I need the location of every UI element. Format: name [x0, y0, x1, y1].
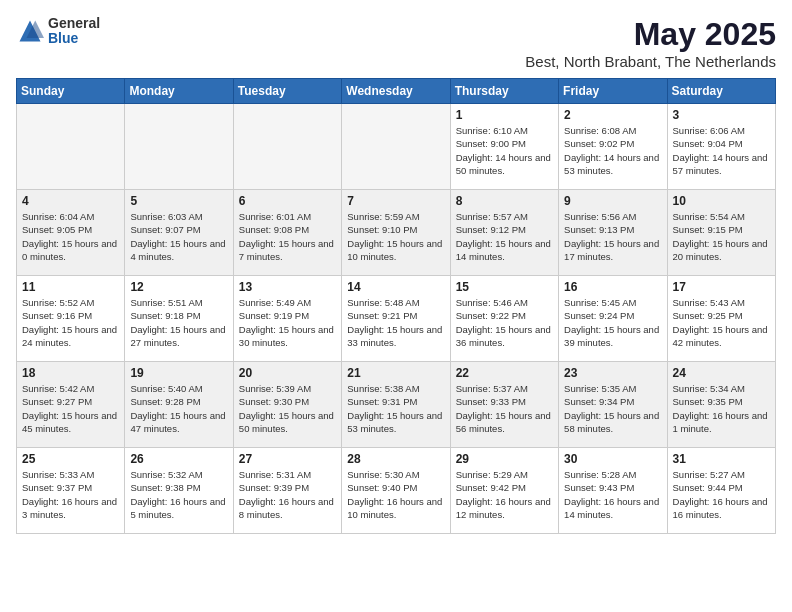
calendar-table: SundayMondayTuesdayWednesdayThursdayFrid… — [16, 78, 776, 534]
day-info: Sunrise: 6:04 AM Sunset: 9:05 PM Dayligh… — [22, 210, 119, 263]
day-number: 1 — [456, 108, 553, 122]
day-number: 6 — [239, 194, 336, 208]
calendar-cell: 26Sunrise: 5:32 AM Sunset: 9:38 PM Dayli… — [125, 448, 233, 534]
week-row-4: 18Sunrise: 5:42 AM Sunset: 9:27 PM Dayli… — [17, 362, 776, 448]
calendar-cell: 14Sunrise: 5:48 AM Sunset: 9:21 PM Dayli… — [342, 276, 450, 362]
logo-blue: Blue — [48, 31, 100, 46]
calendar-cell: 22Sunrise: 5:37 AM Sunset: 9:33 PM Dayli… — [450, 362, 558, 448]
calendar-cell: 21Sunrise: 5:38 AM Sunset: 9:31 PM Dayli… — [342, 362, 450, 448]
calendar-cell: 11Sunrise: 5:52 AM Sunset: 9:16 PM Dayli… — [17, 276, 125, 362]
week-row-3: 11Sunrise: 5:52 AM Sunset: 9:16 PM Dayli… — [17, 276, 776, 362]
calendar-cell: 30Sunrise: 5:28 AM Sunset: 9:43 PM Dayli… — [559, 448, 667, 534]
calendar-cell: 27Sunrise: 5:31 AM Sunset: 9:39 PM Dayli… — [233, 448, 341, 534]
header-thursday: Thursday — [450, 79, 558, 104]
day-info: Sunrise: 5:32 AM Sunset: 9:38 PM Dayligh… — [130, 468, 227, 521]
calendar-cell: 1Sunrise: 6:10 AM Sunset: 9:00 PM Daylig… — [450, 104, 558, 190]
day-info: Sunrise: 5:37 AM Sunset: 9:33 PM Dayligh… — [456, 382, 553, 435]
day-number: 4 — [22, 194, 119, 208]
day-number: 20 — [239, 366, 336, 380]
day-info: Sunrise: 5:51 AM Sunset: 9:18 PM Dayligh… — [130, 296, 227, 349]
calendar-cell — [125, 104, 233, 190]
calendar-cell: 5Sunrise: 6:03 AM Sunset: 9:07 PM Daylig… — [125, 190, 233, 276]
day-number: 16 — [564, 280, 661, 294]
week-row-2: 4Sunrise: 6:04 AM Sunset: 9:05 PM Daylig… — [17, 190, 776, 276]
calendar-cell: 2Sunrise: 6:08 AM Sunset: 9:02 PM Daylig… — [559, 104, 667, 190]
day-info: Sunrise: 5:31 AM Sunset: 9:39 PM Dayligh… — [239, 468, 336, 521]
day-info: Sunrise: 5:42 AM Sunset: 9:27 PM Dayligh… — [22, 382, 119, 435]
calendar-cell: 29Sunrise: 5:29 AM Sunset: 9:42 PM Dayli… — [450, 448, 558, 534]
day-number: 5 — [130, 194, 227, 208]
calendar-cell: 3Sunrise: 6:06 AM Sunset: 9:04 PM Daylig… — [667, 104, 775, 190]
logo-general: General — [48, 16, 100, 31]
calendar-cell: 23Sunrise: 5:35 AM Sunset: 9:34 PM Dayli… — [559, 362, 667, 448]
header-tuesday: Tuesday — [233, 79, 341, 104]
day-number: 12 — [130, 280, 227, 294]
calendar-title: May 2025 — [525, 16, 776, 53]
day-number: 30 — [564, 452, 661, 466]
calendar-cell — [17, 104, 125, 190]
calendar-cell: 8Sunrise: 5:57 AM Sunset: 9:12 PM Daylig… — [450, 190, 558, 276]
day-info: Sunrise: 5:49 AM Sunset: 9:19 PM Dayligh… — [239, 296, 336, 349]
day-number: 25 — [22, 452, 119, 466]
header-wednesday: Wednesday — [342, 79, 450, 104]
day-number: 11 — [22, 280, 119, 294]
calendar-cell: 15Sunrise: 5:46 AM Sunset: 9:22 PM Dayli… — [450, 276, 558, 362]
day-info: Sunrise: 6:08 AM Sunset: 9:02 PM Dayligh… — [564, 124, 661, 177]
calendar-cell: 17Sunrise: 5:43 AM Sunset: 9:25 PM Dayli… — [667, 276, 775, 362]
day-number: 7 — [347, 194, 444, 208]
calendar-cell: 4Sunrise: 6:04 AM Sunset: 9:05 PM Daylig… — [17, 190, 125, 276]
day-headers-row: SundayMondayTuesdayWednesdayThursdayFrid… — [17, 79, 776, 104]
day-number: 15 — [456, 280, 553, 294]
day-info: Sunrise: 5:35 AM Sunset: 9:34 PM Dayligh… — [564, 382, 661, 435]
calendar-cell: 12Sunrise: 5:51 AM Sunset: 9:18 PM Dayli… — [125, 276, 233, 362]
calendar-cell: 10Sunrise: 5:54 AM Sunset: 9:15 PM Dayli… — [667, 190, 775, 276]
calendar-cell: 18Sunrise: 5:42 AM Sunset: 9:27 PM Dayli… — [17, 362, 125, 448]
day-info: Sunrise: 6:01 AM Sunset: 9:08 PM Dayligh… — [239, 210, 336, 263]
header-friday: Friday — [559, 79, 667, 104]
calendar-cell: 28Sunrise: 5:30 AM Sunset: 9:40 PM Dayli… — [342, 448, 450, 534]
day-number: 21 — [347, 366, 444, 380]
day-number: 8 — [456, 194, 553, 208]
day-info: Sunrise: 5:33 AM Sunset: 9:37 PM Dayligh… — [22, 468, 119, 521]
week-row-5: 25Sunrise: 5:33 AM Sunset: 9:37 PM Dayli… — [17, 448, 776, 534]
day-number: 26 — [130, 452, 227, 466]
day-number: 3 — [673, 108, 770, 122]
calendar-cell: 16Sunrise: 5:45 AM Sunset: 9:24 PM Dayli… — [559, 276, 667, 362]
day-info: Sunrise: 5:30 AM Sunset: 9:40 PM Dayligh… — [347, 468, 444, 521]
day-number: 23 — [564, 366, 661, 380]
day-number: 31 — [673, 452, 770, 466]
day-number: 18 — [22, 366, 119, 380]
day-number: 14 — [347, 280, 444, 294]
day-number: 19 — [130, 366, 227, 380]
day-info: Sunrise: 6:03 AM Sunset: 9:07 PM Dayligh… — [130, 210, 227, 263]
day-info: Sunrise: 5:34 AM Sunset: 9:35 PM Dayligh… — [673, 382, 770, 435]
day-number: 17 — [673, 280, 770, 294]
header-sunday: Sunday — [17, 79, 125, 104]
day-info: Sunrise: 5:38 AM Sunset: 9:31 PM Dayligh… — [347, 382, 444, 435]
day-info: Sunrise: 5:56 AM Sunset: 9:13 PM Dayligh… — [564, 210, 661, 263]
day-info: Sunrise: 6:10 AM Sunset: 9:00 PM Dayligh… — [456, 124, 553, 177]
day-info: Sunrise: 5:39 AM Sunset: 9:30 PM Dayligh… — [239, 382, 336, 435]
page-header: General Blue May 2025 Best, North Braban… — [16, 16, 776, 70]
day-info: Sunrise: 5:46 AM Sunset: 9:22 PM Dayligh… — [456, 296, 553, 349]
day-number: 13 — [239, 280, 336, 294]
day-info: Sunrise: 5:54 AM Sunset: 9:15 PM Dayligh… — [673, 210, 770, 263]
day-info: Sunrise: 5:27 AM Sunset: 9:44 PM Dayligh… — [673, 468, 770, 521]
calendar-cell: 19Sunrise: 5:40 AM Sunset: 9:28 PM Dayli… — [125, 362, 233, 448]
day-info: Sunrise: 6:06 AM Sunset: 9:04 PM Dayligh… — [673, 124, 770, 177]
day-info: Sunrise: 5:52 AM Sunset: 9:16 PM Dayligh… — [22, 296, 119, 349]
day-number: 9 — [564, 194, 661, 208]
logo-icon — [16, 17, 44, 45]
day-number: 10 — [673, 194, 770, 208]
calendar-cell: 13Sunrise: 5:49 AM Sunset: 9:19 PM Dayli… — [233, 276, 341, 362]
calendar-cell — [342, 104, 450, 190]
day-info: Sunrise: 5:29 AM Sunset: 9:42 PM Dayligh… — [456, 468, 553, 521]
logo: General Blue — [16, 16, 100, 47]
calendar-cell: 7Sunrise: 5:59 AM Sunset: 9:10 PM Daylig… — [342, 190, 450, 276]
header-saturday: Saturday — [667, 79, 775, 104]
day-info: Sunrise: 5:40 AM Sunset: 9:28 PM Dayligh… — [130, 382, 227, 435]
logo-text: General Blue — [48, 16, 100, 47]
calendar-cell: 31Sunrise: 5:27 AM Sunset: 9:44 PM Dayli… — [667, 448, 775, 534]
day-number: 24 — [673, 366, 770, 380]
day-info: Sunrise: 5:57 AM Sunset: 9:12 PM Dayligh… — [456, 210, 553, 263]
